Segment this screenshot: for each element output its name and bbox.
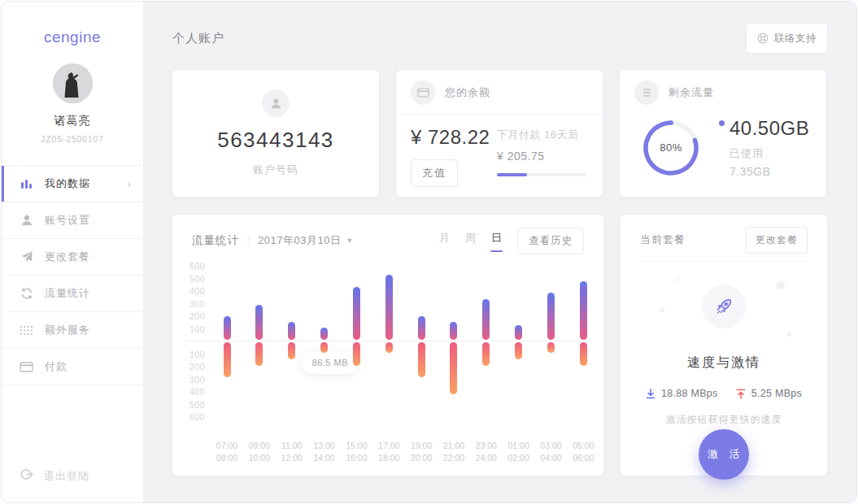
download-bar[interactable] — [580, 342, 587, 366]
y-axis-tick: 600 — [182, 261, 205, 271]
sidebar-item-4[interactable]: 流量统计 — [2, 276, 143, 312]
download-bar[interactable] — [482, 342, 490, 366]
account-number: 563443143 — [217, 128, 334, 153]
y-axis-tick: 400 — [182, 387, 205, 397]
download-bar[interactable] — [288, 342, 295, 359]
sidebar-item-6[interactable]: 付款 — [2, 349, 143, 385]
download-bar[interactable] — [255, 342, 263, 366]
chart-tooltip: 86.5 MB — [302, 351, 359, 374]
activate-button[interactable]: 激 活 — [699, 429, 749, 480]
balance-card: 您的余额 ¥ 728.22 充值 下月付款 16天后 ¥ 205.75 — [396, 70, 603, 197]
y-axis-tick: 200 — [182, 362, 205, 371]
balance-body: ¥ 728.22 充值 下月付款 16天后 ¥ 205.75 — [396, 115, 603, 187]
y-axis-tick: 300 — [182, 375, 205, 385]
chart-zero-axis — [185, 341, 590, 341]
recharge-button[interactable]: 充值 — [411, 159, 458, 187]
y-axis-tick: 300 — [182, 299, 205, 309]
grid-dots-icon — [20, 324, 33, 337]
app-logo: cengine — [44, 28, 101, 46]
donut-percent-label: 80% — [642, 119, 700, 177]
sidebar-item-5[interactable]: 额外服务 — [2, 312, 143, 349]
upload-bar[interactable] — [482, 299, 490, 340]
current-plan-card: 当前套餐 更改套餐 — [621, 215, 827, 476]
download-bar[interactable] — [547, 342, 555, 353]
y-axis-tick: 100 — [182, 324, 205, 334]
x-axis-label: 15:0016:00 — [338, 440, 374, 464]
plan-header: 当前套餐 更改套餐 — [621, 215, 827, 251]
user-icon — [20, 214, 33, 228]
bar-chart-icon — [20, 177, 33, 191]
upload-bar[interactable] — [580, 281, 587, 340]
change-plan-button[interactable]: 更改套餐 — [746, 227, 808, 254]
user-id: JZ05-2500107 — [41, 134, 103, 144]
upload-bar[interactable] — [320, 328, 328, 340]
data-remaining-value: 40.50GB — [730, 117, 809, 140]
logout-button[interactable]: 退出登陆 — [20, 467, 89, 484]
y-axis-tick: 200 — [182, 311, 205, 321]
download-arrow-icon — [646, 389, 655, 399]
avatar[interactable] — [53, 63, 93, 103]
remaining-data-card: 剩余流量 80% 40.50GB — [620, 70, 826, 197]
download-bar[interactable] — [515, 342, 522, 359]
support-label: 联络支持 — [774, 32, 817, 46]
x-axis-label: 05:0006:00 — [565, 440, 601, 464]
upload-speed: 5.25 MBps — [736, 388, 802, 399]
account-card: 563443143 账户号码 — [172, 70, 379, 197]
x-axis-label: 23:0024:00 — [468, 440, 504, 464]
download-bar[interactable] — [224, 342, 231, 377]
download-bar[interactable] — [450, 342, 457, 394]
x-axis-label: 03:0004:00 — [534, 440, 569, 464]
download-speed-value: 18.88 MBps — [661, 388, 718, 399]
download-bar[interactable] — [418, 342, 425, 377]
upload-bar[interactable] — [515, 325, 522, 340]
x-axis-label: 07:0008:00 — [209, 440, 245, 464]
support-button[interactable]: 联络支持 — [747, 24, 827, 53]
upload-bar[interactable] — [450, 322, 457, 340]
sidebar-item-label: 付款 — [45, 359, 68, 374]
next-payment-amount: ¥ 205.75 — [497, 150, 586, 163]
x-axis-label: 01:0002:00 — [501, 440, 537, 464]
y-axis-tick: 100 — [182, 350, 205, 359]
app-window: cengine 诸葛亮 JZ05-2500107 我的数据›账号设置更改套餐流量… — [1, 1, 857, 503]
upload-bar[interactable] — [385, 275, 393, 340]
upload-bar[interactable] — [418, 316, 425, 340]
sidebar-item-3[interactable]: 更改套餐 — [2, 239, 143, 276]
upload-bar[interactable] — [224, 316, 231, 340]
download-bar[interactable] — [353, 342, 360, 366]
decor-dot — [676, 278, 679, 281]
sidebar-item-label: 流量统计 — [45, 286, 90, 301]
x-axis-label: 13:0014:00 — [307, 440, 342, 464]
download-bar[interactable] — [385, 342, 393, 353]
payment-progress-fill — [497, 173, 527, 176]
topbar: 个人账户 联络支持 — [172, 2, 827, 70]
upload-bar[interactable] — [288, 322, 295, 340]
balance-title: 您的余额 — [445, 85, 490, 100]
decor-dot — [787, 332, 791, 337]
y-axis-tick: 600 — [182, 412, 205, 422]
upload-arrow-icon — [736, 389, 746, 399]
bar-chart-plot: 86.5 MB 10010020020030030040040050050060… — [172, 215, 603, 476]
sidebar-nav: 我的数据›账号设置更改套餐流量统计额外服务付款 — [2, 165, 143, 385]
logout-icon — [20, 467, 33, 484]
detail-row: 流量统计 | 2017年03月10日 ▼ 月周日 查看历史 86.5 MB 10… — [172, 215, 827, 476]
plan-title: 当前套餐 — [640, 232, 686, 247]
plan-name: 速度与激情 — [621, 354, 827, 371]
upload-bar[interactable] — [255, 305, 263, 340]
decor-dot — [777, 281, 785, 289]
sidebar-item-label: 账号设置 — [45, 213, 90, 228]
upload-bar[interactable] — [353, 287, 360, 340]
page-title: 个人账户 — [172, 31, 224, 46]
sidebar-item-1[interactable]: 我的数据› — [2, 166, 143, 202]
lifebuoy-icon — [757, 33, 769, 44]
menu-lines-icon — [634, 80, 659, 105]
upload-bar[interactable] — [547, 293, 555, 340]
x-axis-label: 09:0010:00 — [242, 440, 277, 464]
data-used-value: 7.35GB — [730, 165, 809, 178]
remaining-data-header: 剩余流量 — [620, 70, 826, 114]
download-bar[interactable] — [320, 342, 328, 353]
decor-dot — [660, 307, 664, 312]
sidebar-item-2[interactable]: 账号设置 — [2, 202, 143, 239]
remaining-data-title: 剩余流量 — [669, 85, 714, 100]
upload-speed-value: 5.25 MBps — [751, 388, 802, 399]
chevron-right-icon: › — [128, 178, 131, 190]
